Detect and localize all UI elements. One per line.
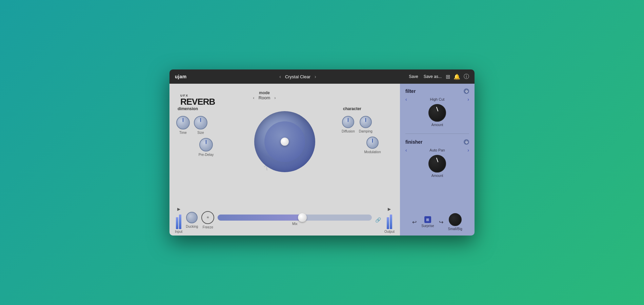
brand-area: UFX REVERB xyxy=(180,94,215,106)
controls-row: dimension Time Size xyxy=(175,103,395,206)
character-section: character Diffusion Damping xyxy=(340,103,395,154)
predelay-knob[interactable] xyxy=(199,138,213,151)
brand-reverb: REVERB xyxy=(180,97,215,106)
output-vu-meter xyxy=(387,212,392,229)
redo-button[interactable]: ↪ xyxy=(439,219,443,225)
preset-prev-button[interactable]: ‹ xyxy=(278,73,282,80)
small-big-knob[interactable] xyxy=(449,213,462,226)
finisher-power-button[interactable]: ⏻ xyxy=(464,139,469,145)
titlebar-center: ‹ Crystal Clear › xyxy=(187,73,409,80)
mode-next-button[interactable]: › xyxy=(274,95,276,100)
undo-button[interactable]: ↩ xyxy=(412,219,417,225)
freeze-area: ✳ Freeze xyxy=(201,211,214,229)
surprise-item: ⊞ Surprise xyxy=(421,216,434,228)
main-orb[interactable] xyxy=(254,111,315,172)
modulation-row: Modulation xyxy=(340,137,395,154)
finisher-amount-knob[interactable] xyxy=(428,155,446,172)
size-knob-container: Size xyxy=(194,116,207,135)
titlebar-actions: Save Save as... xyxy=(409,74,442,79)
finisher-knob-row xyxy=(405,155,469,172)
surprise-button[interactable]: ⊞ xyxy=(424,216,431,223)
mode-value-row: ‹ Room › xyxy=(253,95,276,100)
diffusion-damping-row: Diffusion Damping xyxy=(340,116,395,133)
main-area: 7audio.net UFX REVERB mode ‹ Room › xyxy=(169,84,475,236)
input-vu-meter xyxy=(176,212,181,229)
brand-logo: ujam xyxy=(175,74,187,79)
mix-slider-track[interactable] xyxy=(218,215,372,221)
mode-selector: mode ‹ Room › xyxy=(253,89,276,100)
time-knob-container: Time xyxy=(176,116,190,135)
filter-prev-button[interactable]: ‹ xyxy=(405,97,407,102)
titlebar: ujam ‹ Crystal Clear › Save Save as... ⊞… xyxy=(169,69,475,84)
preset-name: Crystal Clear xyxy=(285,74,310,79)
freeze-label: Freeze xyxy=(203,225,213,229)
mix-slider-container: Mix xyxy=(218,215,372,226)
save-as-button[interactable]: Save as... xyxy=(424,74,442,79)
filter-header: filter ⏻ xyxy=(405,88,469,94)
grid-icon[interactable]: ⊞ xyxy=(446,74,450,80)
undo-item: ↩ xyxy=(412,219,417,225)
filter-power-button[interactable]: ⏻ xyxy=(464,88,469,94)
freeze-button[interactable]: ✳ xyxy=(201,211,214,224)
small-big-item: Small/Big xyxy=(448,213,462,231)
finisher-next-button[interactable]: › xyxy=(467,147,469,153)
diffusion-knob-container: Diffusion xyxy=(342,116,355,133)
surprise-label: Surprise xyxy=(421,224,434,228)
bell-icon[interactable]: 🔔 xyxy=(454,74,460,80)
mode-value: Room xyxy=(259,95,270,100)
diffusion-label: Diffusion xyxy=(342,129,355,133)
finisher-type: Auto Pan xyxy=(429,148,445,152)
input-area: ▶ Input xyxy=(175,207,182,233)
size-label: Size xyxy=(197,131,204,135)
orb-center xyxy=(281,138,289,146)
damping-knob-container: Damping xyxy=(359,116,373,133)
input-play-button[interactable]: ▶ xyxy=(177,207,180,211)
filter-section: filter ⏻ ‹ High Cut › Amount xyxy=(405,88,469,130)
predelay-label: Pre-Delay xyxy=(199,153,214,157)
time-knob[interactable] xyxy=(176,116,190,129)
filter-amount-knob[interactable] xyxy=(428,104,446,122)
mix-slider-thumb[interactable] xyxy=(298,213,307,222)
time-label: Time xyxy=(179,131,187,135)
right-panel: filter ⏻ ‹ High Cut › Amount finisher xyxy=(400,84,475,236)
filter-nav-row: ‹ High Cut › xyxy=(405,97,469,102)
modulation-knob[interactable] xyxy=(366,137,379,149)
output-area: ▶ Output xyxy=(384,207,395,233)
preset-next-button[interactable]: › xyxy=(313,73,318,80)
filter-knob-row xyxy=(405,104,469,122)
finisher-prev-button[interactable]: ‹ xyxy=(405,147,407,153)
link-icon[interactable]: 🔗 xyxy=(375,217,381,223)
damping-label: Damping xyxy=(359,129,373,133)
modulation-knob-container: Modulation xyxy=(350,137,395,154)
save-button[interactable]: Save xyxy=(409,74,418,79)
rp-bottom-row: ↩ ⊞ Surprise ↪ Small/Big xyxy=(405,210,469,231)
damping-knob[interactable] xyxy=(360,116,372,128)
finisher-amount-label: Amount xyxy=(405,174,469,178)
character-title: character xyxy=(340,106,395,111)
size-knob[interactable] xyxy=(194,116,207,129)
filter-type: High Cut xyxy=(430,97,445,101)
finisher-nav-row: ‹ Auto Pan › xyxy=(405,147,469,153)
diffusion-knob[interactable] xyxy=(342,116,354,128)
vu-bar-right xyxy=(179,215,181,229)
mix-slider-fill xyxy=(218,215,302,221)
dimension-section: dimension Time Size xyxy=(175,103,229,157)
small-big-label: Small/Big xyxy=(448,227,462,231)
input-label: Input xyxy=(175,230,182,233)
info-icon[interactable]: ⓘ xyxy=(464,73,469,80)
mode-prev-button[interactable]: ‹ xyxy=(253,95,254,100)
output-play-button[interactable]: ▶ xyxy=(388,207,391,211)
left-panel: 7audio.net UFX REVERB mode ‹ Room › xyxy=(169,84,400,236)
predelay-knob-container: Pre-Delay xyxy=(183,138,229,157)
filter-next-button[interactable]: › xyxy=(467,97,469,102)
filter-title: filter xyxy=(405,88,416,94)
orb-section xyxy=(229,103,340,172)
ducking-knob[interactable] xyxy=(186,212,198,223)
time-size-row: Time Size xyxy=(175,116,229,135)
output-label: Output xyxy=(384,230,395,233)
predelay-row: Pre-Delay xyxy=(175,138,229,157)
finisher-section: finisher ⏻ ‹ Auto Pan › Amount xyxy=(405,139,469,181)
plugin-window: ujam ‹ Crystal Clear › Save Save as... ⊞… xyxy=(169,69,475,236)
redo-item: ↪ xyxy=(439,219,443,225)
output-vu-bar-left xyxy=(387,217,389,229)
